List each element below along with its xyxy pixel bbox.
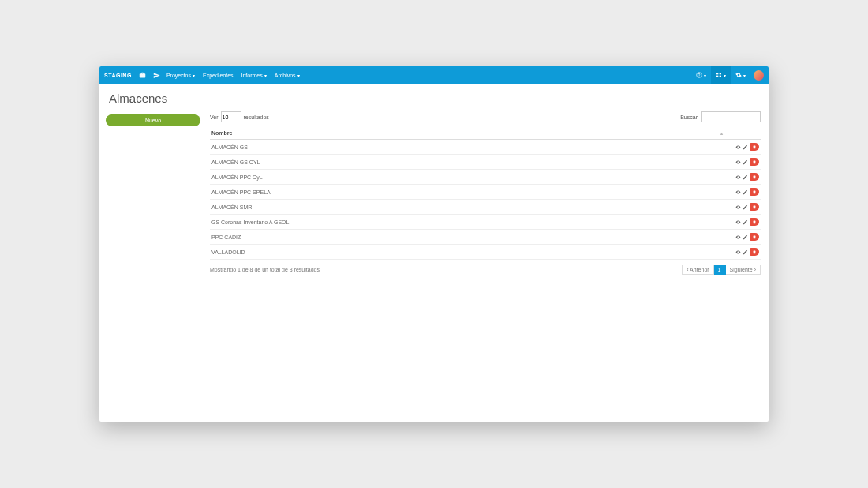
table-row: ALMACÉN PPC SPELA	[210, 185, 761, 200]
nav-archivos[interactable]: Archivos ▾	[275, 73, 300, 78]
edit-icon[interactable]	[743, 145, 748, 150]
edit-icon[interactable]	[743, 250, 748, 255]
sort-icon: ▴	[720, 130, 723, 136]
pager-next[interactable]: Siguiente ›	[726, 265, 761, 275]
main-panel: Ver resultados Buscar Nombre ▴	[207, 111, 769, 422]
delete-icon[interactable]	[750, 173, 759, 181]
table-row: ALMACÉN GS	[210, 140, 761, 155]
cell-nombre: VALLADOLID	[210, 245, 726, 260]
delete-icon[interactable]	[750, 248, 759, 256]
content: Nuevo Ver resultados Buscar Nombre ▴	[99, 111, 769, 422]
cell-actions	[726, 155, 761, 170]
sidebar: Nuevo	[99, 111, 207, 422]
avatar[interactable]	[754, 70, 764, 81]
length-suffix: resultados	[244, 114, 269, 120]
send-icon[interactable]	[152, 70, 162, 80]
data-table: Nombre ▴ ALMACÉN GSALMACÉN GS CYLALMACÉN…	[210, 127, 761, 260]
svg-rect-2	[716, 73, 718, 74]
view-icon[interactable]	[735, 160, 741, 165]
delete-icon[interactable]	[750, 158, 759, 166]
svg-rect-3	[720, 73, 721, 74]
chevron-down-icon: ▾	[743, 73, 746, 78]
chevron-down-icon: ▾	[704, 73, 706, 78]
edit-icon[interactable]	[743, 205, 748, 210]
view-icon[interactable]	[735, 145, 741, 150]
page-header: Almacenes	[99, 84, 769, 111]
navbar: STAGING Proyectos ▾ Expedientes Informes…	[99, 66, 769, 84]
edit-icon[interactable]	[743, 175, 748, 180]
edit-icon[interactable]	[743, 190, 748, 195]
pager-page-1[interactable]: 1	[714, 265, 726, 275]
help-menu[interactable]: ? ▾	[691, 66, 711, 84]
new-button[interactable]: Nuevo	[106, 114, 200, 126]
svg-rect-5	[720, 76, 721, 77]
view-icon[interactable]	[735, 190, 741, 195]
delete-icon[interactable]	[750, 143, 759, 151]
pager-prev[interactable]: ‹ Anterior	[682, 265, 713, 275]
table-info: Mostrando 1 de 8 de un total de 8 result…	[210, 267, 682, 272]
svg-rect-4	[716, 76, 718, 77]
cell-actions	[726, 245, 761, 260]
navbar-right: ? ▾ ▾ ▾	[691, 66, 764, 84]
nav-informes[interactable]: Informes ▾	[241, 73, 267, 78]
col-actions	[726, 127, 761, 140]
cell-nombre: ALMACÉN GS CYL	[210, 155, 726, 170]
page-title: Almacenes	[109, 92, 759, 105]
table-row: GS Coronas Inventario A GEOL	[210, 215, 761, 230]
brand: STAGING	[104, 73, 132, 78]
table-toolbar: Ver resultados Buscar	[210, 111, 761, 122]
svg-text:?: ?	[698, 73, 701, 77]
table-row: ALMACÉN GS CYL	[210, 155, 761, 170]
view-icon[interactable]	[735, 220, 741, 225]
grid-menu[interactable]: ▾	[711, 66, 731, 84]
search-label: Buscar	[680, 114, 698, 120]
app-window: STAGING Proyectos ▾ Expedientes Informes…	[99, 66, 769, 422]
delete-icon[interactable]	[750, 233, 759, 241]
chevron-down-icon: ▾	[264, 73, 267, 78]
delete-icon[interactable]	[750, 218, 759, 226]
settings-menu[interactable]: ▾	[731, 66, 750, 84]
pager: ‹ Anterior 1 Siguiente ›	[682, 265, 761, 275]
delete-icon[interactable]	[750, 188, 759, 196]
delete-icon[interactable]	[750, 203, 759, 211]
cell-nombre: ALMACÉN PPC SPELA	[210, 185, 726, 200]
table-row: VALLADOLID	[210, 245, 761, 260]
col-nombre-label: Nombre	[211, 130, 232, 136]
nav-link-label: Proyectos	[166, 73, 191, 78]
chevron-down-icon: ▾	[724, 73, 726, 78]
view-icon[interactable]	[735, 205, 741, 210]
cell-nombre: PPC CADIZ	[210, 230, 726, 245]
cell-nombre: ALMACÉN GS	[210, 140, 726, 155]
cell-actions	[726, 170, 761, 185]
table-row: ALMACÉN SMR	[210, 200, 761, 215]
briefcase-icon[interactable]	[138, 70, 148, 80]
nav-link-label: Expedientes	[203, 73, 234, 78]
view-icon[interactable]	[735, 175, 741, 180]
edit-icon[interactable]	[743, 220, 748, 225]
nav-link-label: Archivos	[275, 73, 296, 78]
view-icon[interactable]	[735, 250, 741, 255]
edit-icon[interactable]	[743, 160, 748, 165]
cell-actions	[726, 185, 761, 200]
cell-actions	[726, 140, 761, 155]
table-row: PPC CADIZ	[210, 230, 761, 245]
search-input[interactable]	[701, 111, 761, 122]
length-select[interactable]	[221, 111, 241, 122]
cell-nombre: ALMACÉN SMR	[210, 200, 726, 215]
cell-actions	[726, 200, 761, 215]
length-prefix: Ver	[210, 114, 219, 120]
cell-nombre: GS Coronas Inventario A GEOL	[210, 215, 726, 230]
col-nombre[interactable]: Nombre ▴	[210, 127, 726, 140]
chevron-down-icon: ▾	[297, 73, 300, 78]
cell-actions	[726, 215, 761, 230]
table-footer: Mostrando 1 de 8 de un total de 8 result…	[210, 265, 761, 275]
view-icon[interactable]	[735, 235, 741, 240]
nav-expedientes[interactable]: Expedientes	[203, 73, 234, 78]
nav-link-label: Informes	[241, 73, 263, 78]
table-row: ALMACÉN PPC CyL	[210, 170, 761, 185]
chevron-down-icon: ▾	[193, 73, 195, 78]
cell-actions	[726, 230, 761, 245]
edit-icon[interactable]	[743, 235, 748, 240]
nav-proyectos[interactable]: Proyectos ▾	[166, 73, 195, 78]
cell-nombre: ALMACÉN PPC CyL	[210, 170, 726, 185]
